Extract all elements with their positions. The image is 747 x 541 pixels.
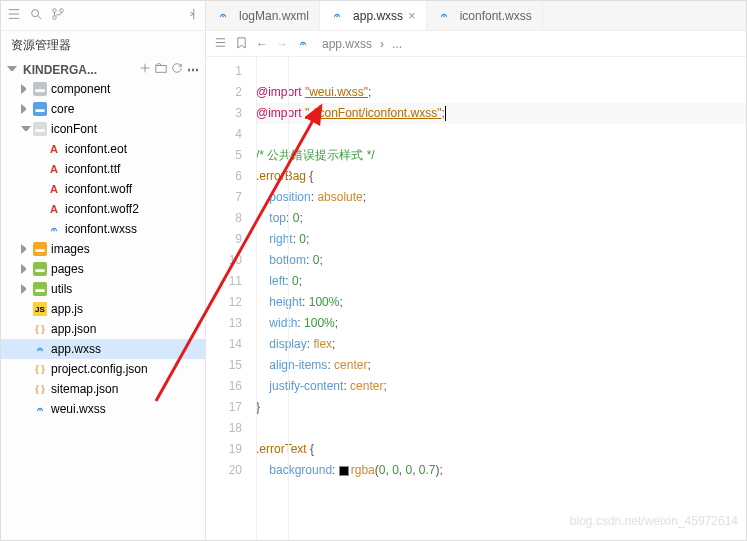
editor-area: 𝄐logMan.wxml𝄐app.wxss×𝄐iconfont.wxss ← →… bbox=[206, 1, 746, 540]
text-cursor bbox=[445, 106, 446, 121]
wxss-icon: 𝄐 bbox=[33, 342, 47, 356]
chevron-right-icon bbox=[21, 104, 31, 114]
line-number: 12 bbox=[206, 292, 242, 313]
tab-bar: 𝄐logMan.wxml𝄐app.wxss×𝄐iconfont.wxss bbox=[206, 1, 746, 31]
code-line[interactable]: height: 100%; bbox=[256, 292, 746, 313]
code-line[interactable]: top: 0; bbox=[256, 208, 746, 229]
explorer-title: 资源管理器 bbox=[1, 31, 205, 60]
line-number: 17 bbox=[206, 397, 242, 418]
add-icon[interactable] bbox=[139, 62, 151, 77]
tree-label: app.json bbox=[51, 322, 96, 336]
tree-node[interactable]: ▬component bbox=[1, 79, 205, 99]
font-file-icon: A bbox=[47, 162, 61, 176]
tree-node[interactable]: Aiconfont.woff bbox=[1, 179, 205, 199]
tree-node[interactable]: 𝄐app.wxss bbox=[1, 339, 205, 359]
folder-icon: ▬ bbox=[33, 282, 47, 296]
folder-icon: ▬ bbox=[33, 102, 47, 116]
search-icon[interactable] bbox=[29, 7, 43, 24]
tree-node[interactable]: 𝄐iconfont.wxss bbox=[1, 219, 205, 239]
file-tree: ▬component▬core▬iconFontAiconfont.eotAic… bbox=[1, 79, 205, 540]
tree-node[interactable]: { }app.json bbox=[1, 319, 205, 339]
code-line[interactable]: .errorBag { bbox=[256, 166, 746, 187]
line-number: 2 bbox=[206, 82, 242, 103]
tree-node[interactable]: JSapp.js bbox=[1, 299, 205, 319]
line-number: 11 bbox=[206, 271, 242, 292]
tree-node[interactable]: Aiconfont.ttf bbox=[1, 159, 205, 179]
tree-node[interactable]: ▬iconFont bbox=[1, 119, 205, 139]
tree-node[interactable]: ▬images bbox=[1, 239, 205, 259]
code-line[interactable] bbox=[256, 418, 746, 439]
code-content[interactable]: @import "weui.wxss";@import "./iconFont/… bbox=[256, 57, 746, 540]
tab[interactable]: 𝄐app.wxss× bbox=[320, 1, 427, 30]
tab-label: app.wxss bbox=[353, 9, 403, 23]
menu-icon[interactable] bbox=[214, 36, 227, 52]
tab[interactable]: 𝄐logMan.wxml bbox=[206, 1, 320, 30]
code-line[interactable] bbox=[256, 124, 746, 145]
line-number: 15 bbox=[206, 355, 242, 376]
tab[interactable]: 𝄐iconfont.wxss bbox=[427, 1, 543, 30]
refresh-icon[interactable] bbox=[171, 62, 183, 77]
code-line[interactable]: right: 0; bbox=[256, 229, 746, 250]
more-icon[interactable]: ⋯ bbox=[187, 63, 199, 77]
tree-label: weui.wxss bbox=[51, 402, 106, 416]
line-number: 19 bbox=[206, 439, 242, 460]
gutter: 1234567891011121314151617181920 bbox=[206, 57, 256, 540]
tree-node[interactable]: ▬pages bbox=[1, 259, 205, 279]
tree-node[interactable]: Aiconfont.woff2 bbox=[1, 199, 205, 219]
branch-icon[interactable] bbox=[51, 7, 65, 24]
code-line[interactable]: justify-content: center; bbox=[256, 376, 746, 397]
wxss-icon: 𝄐 bbox=[330, 9, 344, 23]
code-line[interactable]: .errorText { bbox=[256, 439, 746, 460]
tree-label: utils bbox=[51, 282, 72, 296]
close-icon[interactable]: × bbox=[408, 8, 416, 23]
color-swatch bbox=[339, 466, 349, 476]
bookmark-icon[interactable] bbox=[235, 36, 248, 52]
tree-label: iconfont.eot bbox=[65, 142, 127, 156]
wxss-icon: 𝄐 bbox=[33, 402, 47, 416]
code-editor[interactable]: 1234567891011121314151617181920 @import … bbox=[206, 57, 746, 540]
font-file-icon: A bbox=[47, 182, 61, 196]
code-line[interactable]: bottom: 0; bbox=[256, 250, 746, 271]
wxss-icon: 𝄐 bbox=[216, 9, 230, 23]
tree-node[interactable]: ▬core bbox=[1, 99, 205, 119]
wxss-icon: 𝄐 bbox=[437, 9, 451, 23]
new-folder-icon[interactable] bbox=[155, 62, 167, 77]
line-number: 7 bbox=[206, 187, 242, 208]
breadcrumb-file[interactable]: app.wxss bbox=[322, 37, 372, 51]
code-line[interactable]: /* 公共错误提示样式 */ bbox=[256, 145, 746, 166]
collapse-icon[interactable] bbox=[185, 7, 199, 24]
tree-node[interactable]: { }project.config.json bbox=[1, 359, 205, 379]
tree-label: project.config.json bbox=[51, 362, 148, 376]
tree-node[interactable]: 𝄐weui.wxss bbox=[1, 399, 205, 419]
svg-point-2 bbox=[60, 9, 64, 13]
tree-node[interactable]: { }sitemap.json bbox=[1, 379, 205, 399]
code-line[interactable]: left: 0; bbox=[256, 271, 746, 292]
line-number: 20 bbox=[206, 460, 242, 481]
svg-point-0 bbox=[32, 10, 39, 17]
tree-label: pages bbox=[51, 262, 84, 276]
breadcrumb-more[interactable]: ... bbox=[392, 37, 402, 51]
code-line[interactable]: align-items: center; bbox=[256, 355, 746, 376]
tree-node[interactable]: Aiconfont.eot bbox=[1, 139, 205, 159]
code-line[interactable]: display: flex; bbox=[256, 334, 746, 355]
tree-node[interactable]: ▬utils bbox=[1, 279, 205, 299]
forward-icon[interactable]: → bbox=[276, 37, 288, 51]
svg-point-3 bbox=[53, 16, 57, 20]
code-line[interactable]: @import "weui.wxss"; bbox=[256, 82, 746, 103]
code-line[interactable]: position: absolute; bbox=[256, 187, 746, 208]
code-line[interactable]: } bbox=[256, 397, 746, 418]
back-icon[interactable]: ← bbox=[256, 37, 268, 51]
code-line[interactable]: background: rgba(0, 0, 0, 0.7); bbox=[256, 460, 746, 481]
line-number: 9 bbox=[206, 229, 242, 250]
code-line[interactable]: width: 100%; bbox=[256, 313, 746, 334]
chevron-down-icon bbox=[21, 126, 31, 136]
tree-label: core bbox=[51, 102, 74, 116]
code-line[interactable] bbox=[256, 61, 746, 82]
project-header[interactable]: KINDERGA... ⋯ bbox=[1, 60, 205, 79]
svg-point-1 bbox=[53, 9, 57, 13]
code-line[interactable]: @import "./iconFont/iconfont.wxss"; bbox=[256, 103, 746, 124]
tree-label: images bbox=[51, 242, 90, 256]
list-icon[interactable] bbox=[7, 7, 21, 24]
sidebar-toolbar bbox=[1, 1, 205, 31]
line-number: 5 bbox=[206, 145, 242, 166]
